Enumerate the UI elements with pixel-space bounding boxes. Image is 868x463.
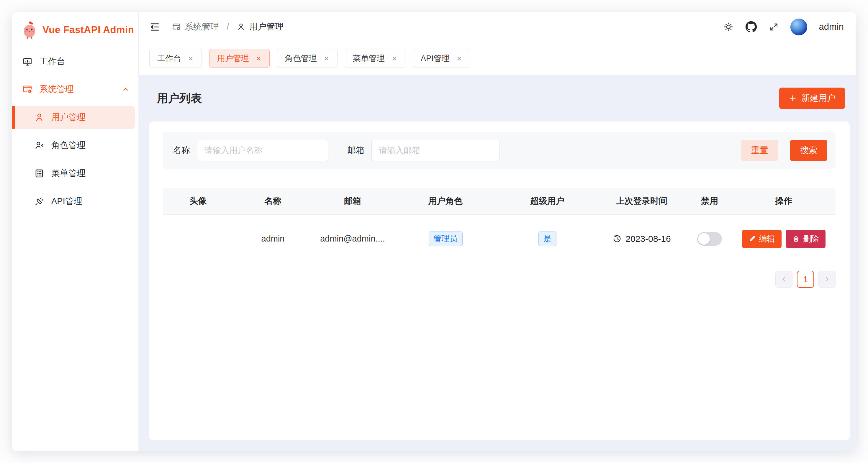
github-button[interactable] (745, 21, 757, 33)
cell-name: admin (233, 215, 313, 263)
last-login-value: 2023-08-16 (625, 234, 671, 244)
column-header-disabled: 禁用 (687, 188, 732, 214)
tab-user-management[interactable]: 用户管理 (209, 49, 270, 68)
menu-fold-icon (149, 22, 160, 32)
app-window: Vue FastAPI Admin 工作台 系统管理 (12, 12, 856, 451)
system-settings-icon (172, 23, 181, 31)
tab-api-management[interactable]: API管理 (413, 49, 470, 68)
page-content: 用户列表 新建用户 名称 邮箱 重置 搜索 (139, 75, 856, 451)
breadcrumb-label: 用户管理 (249, 21, 283, 33)
disabled-toggle[interactable] (697, 232, 722, 246)
chevron-right-icon (824, 276, 831, 283)
role-tag: 管理员 (429, 232, 463, 246)
cell-superuser: 是 (499, 215, 596, 263)
breadcrumb: 系统管理 / 用户管理 (172, 21, 283, 33)
toggle-knob (698, 233, 710, 245)
cell-email: admin@admin.... (313, 215, 393, 263)
chick-mascot-icon (21, 21, 38, 39)
edit-button[interactable]: 编辑 (742, 230, 781, 248)
tab-close-icon[interactable] (323, 56, 330, 62)
breadcrumb-separator: / (226, 22, 229, 32)
api-plug-icon (34, 196, 44, 206)
sidebar-item-label: 工作台 (39, 56, 65, 68)
edit-label: 编辑 (759, 234, 775, 244)
tab-menu-management[interactable]: 菜单管理 (345, 49, 405, 68)
pagination: 1 (163, 271, 836, 288)
app-title: Vue FastAPI Admin (42, 24, 134, 35)
user-icon (237, 23, 245, 31)
system-settings-icon (23, 84, 32, 94)
sidebar-item-api-management[interactable]: API管理 (12, 190, 138, 213)
breadcrumb-item-system[interactable]: 系统管理 (172, 21, 219, 33)
sidebar-item-user-management[interactable]: 用户管理 (12, 106, 135, 129)
tab-close-icon[interactable] (255, 56, 262, 62)
sidebar-item-label: 用户管理 (51, 111, 86, 123)
superuser-tag: 是 (538, 232, 556, 246)
create-user-button[interactable]: 新建用户 (779, 88, 845, 109)
cell-disabled (687, 215, 732, 263)
fullscreen-icon (769, 22, 779, 32)
pagination-prev-button[interactable] (775, 271, 793, 288)
sidebar-item-menu-management[interactable]: 菜单管理 (12, 162, 138, 185)
chevron-left-icon (780, 276, 787, 283)
users-table: 头像 名称 邮箱 用户角色 超级用户 上次登录时间 禁用 操作 admin ad… (163, 188, 836, 263)
email-filter-input[interactable] (371, 140, 500, 161)
pagination-page-1[interactable]: 1 (797, 271, 814, 288)
sun-icon (723, 22, 734, 32)
tab-label: 菜单管理 (353, 53, 385, 64)
name-filter-input[interactable] (197, 140, 329, 161)
top-bar: 系统管理 / 用户管理 (139, 12, 856, 42)
tab-close-icon[interactable] (391, 56, 397, 62)
create-user-label: 新建用户 (801, 92, 836, 104)
username-label[interactable]: admin (819, 22, 844, 32)
tab-label: 工作台 (157, 53, 181, 64)
pencil-icon (748, 235, 756, 242)
sidebar-item-label: 角色管理 (51, 139, 86, 151)
column-header-name: 名称 (233, 188, 313, 214)
tab-label: 用户管理 (217, 53, 249, 64)
cell-role: 管理员 (393, 215, 499, 263)
column-header-avatar: 头像 (163, 188, 233, 214)
theme-toggle-button[interactable] (723, 22, 734, 32)
sidebar-collapse-button[interactable] (149, 22, 160, 32)
delete-label: 删除 (803, 234, 819, 244)
page-title: 用户列表 (157, 91, 202, 106)
pagination-next-button[interactable] (818, 271, 836, 288)
cell-actions: 编辑 删除 (732, 215, 836, 263)
search-button[interactable]: 搜索 (790, 140, 827, 161)
table-header-row: 头像 名称 邮箱 用户角色 超级用户 上次登录时间 禁用 操作 (163, 188, 836, 215)
tab-role-management[interactable]: 角色管理 (277, 49, 338, 68)
user-avatar[interactable] (790, 19, 807, 35)
reset-button[interactable]: 重置 (741, 140, 778, 161)
table-row: admin admin@admin.... 管理员 是 (163, 215, 836, 263)
tab-workbench[interactable]: 工作台 (149, 49, 202, 68)
clock-history-icon (613, 234, 622, 243)
tab-close-icon[interactable] (456, 56, 462, 62)
user-list-card: 名称 邮箱 重置 搜索 头像 名称 邮箱 用户角色 超级用户 上次登录时间 (149, 122, 850, 440)
column-header-superuser: 超级用户 (499, 188, 596, 214)
tab-bar: 工作台 用户管理 角色管理 菜单管理 (139, 42, 856, 75)
github-icon (745, 21, 757, 33)
plus-icon (788, 94, 797, 102)
trash-icon (792, 235, 800, 243)
role-icon (34, 140, 44, 151)
breadcrumb-item-user[interactable]: 用户管理 (237, 21, 283, 33)
filter-bar: 名称 邮箱 重置 搜索 (163, 132, 836, 169)
sidebar-menu: 工作台 系统管理 用户管 (12, 50, 138, 213)
tab-label: 角色管理 (285, 53, 317, 64)
breadcrumb-label: 系统管理 (185, 21, 219, 33)
cell-last-login: 2023-08-16 (596, 215, 687, 263)
email-filter-label: 邮箱 (347, 144, 364, 156)
sidebar-item-label: API管理 (51, 196, 82, 207)
column-header-actions: 操作 (732, 188, 836, 214)
name-filter-label: 名称 (173, 144, 190, 156)
sidebar-item-workbench[interactable]: 工作台 (12, 50, 138, 73)
sidebar-item-label: 菜单管理 (51, 167, 86, 179)
fullscreen-button[interactable] (769, 22, 779, 32)
tab-close-icon[interactable] (188, 56, 194, 62)
delete-button[interactable]: 删除 (786, 230, 826, 248)
sidebar-group-system[interactable]: 系统管理 (12, 78, 138, 101)
sidebar-group-label: 系统管理 (39, 84, 115, 95)
app-logo[interactable]: Vue FastAPI Admin (12, 17, 138, 42)
sidebar-item-role-management[interactable]: 角色管理 (12, 134, 138, 157)
